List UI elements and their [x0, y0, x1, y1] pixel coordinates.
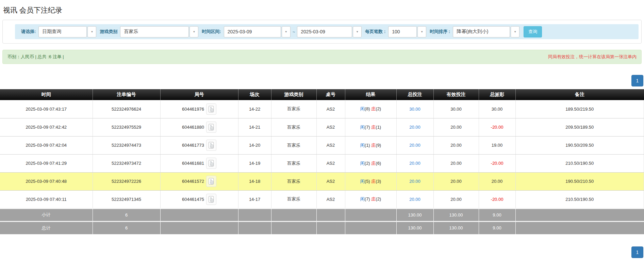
cell-total-bet: 20.00	[396, 136, 433, 154]
date-to-select[interactable]: 2025-03-09 ▼	[297, 26, 362, 37]
cell-bet-id: 522324971345	[93, 190, 160, 208]
page-1-button[interactable]: 1	[631, 75, 643, 86]
pagination-top: 1	[0, 75, 644, 86]
result-banker-count: (6)	[376, 161, 381, 166]
game-type-value[interactable]: 百家乐	[120, 26, 189, 37]
query-type-select[interactable]: 日期查询 ▼	[38, 26, 96, 37]
total-payout: 9.00	[479, 221, 515, 234]
page-size-value[interactable]: 100	[388, 26, 417, 37]
cell-game-type: 百家乐	[271, 154, 316, 172]
chevron-down-icon[interactable]: ▼	[353, 26, 362, 37]
header-game-type: 游戏类别	[271, 89, 316, 100]
cell-remark: 189.50/219.50	[515, 100, 644, 118]
time-sort-label: 时间排序 :	[430, 29, 450, 35]
time-sort-value[interactable]: 降幂(由大到小)	[453, 26, 510, 37]
cell-total-bet: 20.00	[396, 190, 433, 208]
header-table-no: 桌号	[316, 89, 345, 100]
total-row: 总计 6 130.00 130.00 9.00	[0, 221, 644, 234]
query-type-value[interactable]: 日期查询	[38, 26, 87, 37]
bets-table: 时间 注单编号 局号 场次 游戏类别 桌号 结果 总投注 有效投注 总派彩 备注…	[0, 89, 644, 234]
cell-total-bet: 20.00	[396, 118, 433, 136]
chevron-down-icon[interactable]: ▼	[282, 26, 291, 37]
page-size-label: 每页笔数 :	[365, 29, 385, 35]
game-type-select[interactable]: 百家乐 ▼	[120, 26, 198, 37]
cell-round: 604461976	[160, 100, 238, 118]
total-bet-link[interactable]: 20.00	[409, 161, 420, 166]
filter-panel: 请选择: 日期查询 ▼ 游戏类别 百家乐 ▼ 时间区间: 2025-03-09 …	[2, 20, 642, 44]
result-banker: 庄	[371, 125, 376, 130]
header-round: 局号	[160, 89, 238, 100]
cell-game-type: 百家乐	[271, 172, 316, 190]
subtotal-total-bet: 130.00	[396, 208, 433, 221]
cell-round: 604461880	[160, 118, 238, 136]
total-bet-link[interactable]: 30.00	[409, 107, 420, 112]
table-row: 2025-03-09 07:42:04 522324974473 6044617…	[0, 136, 644, 154]
cell-round: 604461681	[160, 154, 238, 172]
result-player-count: (7)	[365, 196, 370, 202]
video-file-icon[interactable]	[206, 176, 216, 187]
cell-time: 2025-03-09 07:42:04	[0, 136, 93, 154]
page-title: 视讯 会员下注纪录	[3, 5, 644, 15]
round-id: 604461681	[182, 161, 204, 166]
time-sort-select[interactable]: 降幂(由大到小) ▼	[453, 26, 519, 37]
date-from-select[interactable]: 2025-03-09 ▼	[224, 26, 291, 37]
summary-bar: 币别：人民币 | 总共 :6 注单 | 同局有效投注，统一计算在该局第一张注单内	[2, 50, 642, 64]
cell-payout: 20.00	[479, 172, 515, 190]
video-file-icon[interactable]	[206, 103, 216, 115]
cell-time: 2025-03-09 07:42:42	[0, 118, 93, 136]
cell-table-no: AS2	[316, 118, 345, 136]
cell-bet-id: 522324973472	[93, 154, 160, 172]
table-row: 2025-03-09 07:41:29 522324973472 6044616…	[0, 154, 644, 172]
round-id: 604461773	[182, 143, 204, 148]
video-file-icon[interactable]	[206, 122, 216, 133]
cell-payout: 19.00	[479, 136, 515, 154]
result-player: 闲	[360, 106, 365, 111]
chevron-down-icon[interactable]: ▼	[189, 26, 198, 37]
cell-remark: 210.50/190.50	[515, 190, 644, 208]
search-button[interactable]: 查询	[524, 26, 542, 37]
chevron-down-icon[interactable]: ▼	[87, 26, 96, 37]
chevron-down-icon[interactable]: ▼	[511, 26, 519, 37]
cell-result: 闲(5) 庄(3)	[345, 172, 396, 190]
total-label: 总计	[0, 221, 93, 234]
date-to-value[interactable]: 2025-03-09	[297, 26, 352, 37]
cell-time: 2025-03-09 07:40:11	[0, 190, 93, 208]
header-result: 结果	[345, 89, 396, 100]
date-from-value[interactable]: 2025-03-09	[224, 26, 281, 37]
page-1-button[interactable]: 1	[631, 246, 643, 258]
cell-session: 14-17	[238, 190, 271, 208]
result-player: 闲	[360, 196, 365, 202]
page-size-select[interactable]: 100 ▼	[388, 26, 426, 37]
result-player-count: (5)	[365, 179, 370, 184]
cell-valid-bet: 20.00	[433, 154, 479, 172]
cell-time: 2025-03-09 07:43:17	[0, 100, 93, 118]
result-player-count: (8)	[365, 106, 370, 111]
round-id: 604461880	[182, 125, 204, 130]
video-file-icon[interactable]	[206, 158, 216, 169]
cell-result: 闲(1) 庄(9)	[345, 136, 396, 154]
result-banker: 庄	[371, 196, 376, 202]
result-banker: 庄	[371, 106, 376, 111]
cell-game-type: 百家乐	[271, 136, 316, 154]
table-row: 2025-03-09 07:40:48 522324972226 6044615…	[0, 172, 644, 190]
cell-session: 14-19	[238, 154, 271, 172]
total-bet-link[interactable]: 20.00	[409, 125, 420, 130]
video-file-icon[interactable]	[206, 194, 216, 205]
cell-result: 闲(7) 庄(2)	[345, 190, 396, 208]
total-bet-link[interactable]: 20.00	[409, 197, 420, 202]
subtotal-valid-bet: 130.00	[433, 208, 479, 221]
round-id: 604461475	[182, 197, 204, 202]
total-bet-link[interactable]: 20.00	[409, 143, 420, 148]
total-bet-link[interactable]: 20.00	[409, 179, 420, 184]
cell-payout: -20.00	[479, 154, 515, 172]
header-time: 时间	[0, 89, 93, 100]
chevron-down-icon[interactable]: ▼	[417, 26, 426, 37]
result-banker-count: (2)	[376, 106, 381, 111]
header-total-bet: 总投注	[396, 89, 433, 100]
cell-total-bet: 20.00	[396, 154, 433, 172]
cell-result: 闲(8) 庄(2)	[345, 100, 396, 118]
result-player: 闲	[360, 125, 365, 130]
video-file-icon[interactable]	[206, 140, 216, 151]
round-id: 604461976	[182, 107, 204, 112]
cell-payout: 30.00	[479, 100, 515, 118]
